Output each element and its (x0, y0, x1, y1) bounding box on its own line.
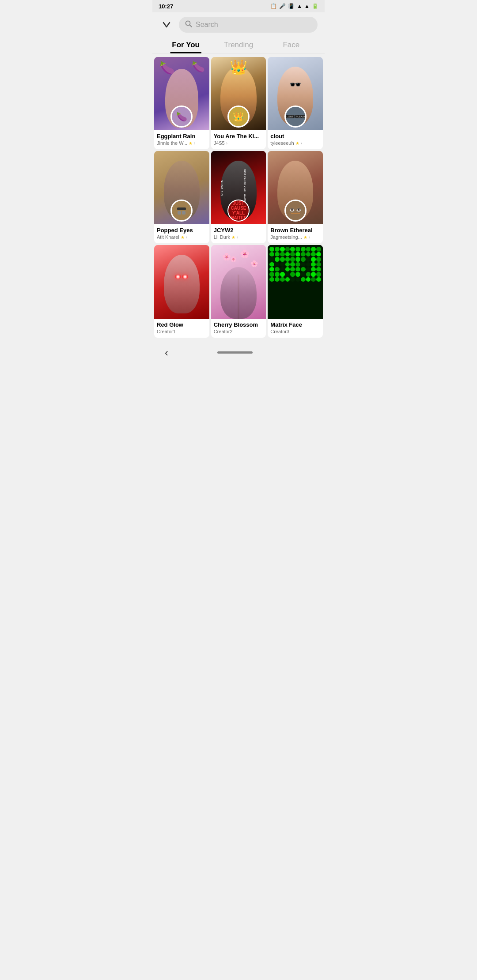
card-image-cherry: 🌸 🌸 🌸 🌸 (211, 245, 266, 318)
card-info-brown: Brown Ethereal Jagmeetsing... ★ › (268, 224, 323, 243)
status-bar: 10:27 📋 🎤 📳 ▲ ▲ 🔋 (152, 0, 325, 12)
card-info-eggplant: Eggplant Rain Jinnie the W... ★ › (154, 130, 209, 149)
card-author: Jinnie the W... ★ › (157, 140, 207, 146)
card-brown-ethereal[interactable]: 👁️👁️ Brown Ethereal Jagmeetsing... ★ › (268, 151, 323, 243)
tab-face[interactable]: Face (265, 36, 318, 53)
card-avatar-brown: 👁️👁️ (284, 200, 307, 222)
nav-pill (217, 351, 253, 354)
card-red-glow[interactable]: Red Glow Creator1 (154, 245, 209, 337)
verified-star-icon: ★ (231, 235, 235, 240)
card-info-clout: clout tyleeseeuh ★ › (268, 130, 323, 149)
card-title: Popped Eyes (157, 227, 207, 234)
card-info-jcyw2: JCYW2 Lil Durk ★ › (211, 224, 266, 243)
card-author: J4S5 › (214, 140, 264, 146)
card-jcyw2[interactable]: LIL DURK JUST CAUSE Y'ALL WAITED II JUST… (211, 151, 266, 243)
card-title: Brown Ethereal (270, 227, 320, 234)
wifi-icon: ▲ (297, 3, 302, 9)
verified-star-icon: ★ (295, 141, 299, 146)
card-image-popped (154, 151, 209, 224)
verified-star-icon: ★ (181, 235, 185, 240)
chevron-right-icon: › (309, 235, 310, 240)
chevron-right-icon: › (186, 235, 187, 240)
back-button[interactable] (159, 18, 174, 32)
verified-star-icon: ★ (189, 141, 193, 146)
tabs-bar: For You Trending Face (152, 36, 325, 53)
clipboard-icon: 📋 (270, 3, 277, 9)
card-title: You Are The Ki... (214, 133, 264, 139)
card-author: Atit Kharel ★ › (157, 234, 207, 240)
card-image-matrix (268, 245, 323, 318)
status-icons: 📋 🎤 📳 ▲ ▲ 🔋 (270, 3, 318, 9)
chevron-right-icon: › (301, 141, 302, 146)
card-title: Eggplant Rain (157, 133, 207, 139)
chevron-right-icon: › (237, 235, 238, 240)
card-you-are-the-king[interactable]: 👑 👑 You Are The Ki... J4S5 › (211, 57, 266, 149)
card-cherry-blossom[interactable]: 🌸 🌸 🌸 🌸 Cherry Blossom Creator2 (211, 245, 266, 337)
card-image-king: 👑 👑 (211, 57, 266, 130)
jcyw2-left-text: LIL DURK (220, 180, 223, 196)
card-author: Jagmeetsing... ★ › (270, 234, 320, 240)
card-popped-eyes[interactable]: Popped Eyes Atit Kharel ★ › (154, 151, 209, 243)
verified-star-icon: ★ (303, 235, 307, 240)
bottom-nav: ‹ (152, 341, 325, 368)
card-title: clout (270, 133, 320, 139)
card-matrix-face[interactable]: Matrix Face Creator3 (268, 245, 323, 337)
search-icon (185, 20, 192, 29)
vibrate-icon: 📳 (288, 3, 295, 9)
header: Search (152, 12, 325, 36)
card-image-eggplant: 🍆 🍆 🍆 (154, 57, 209, 130)
card-author: tyleeseeuh ★ › (270, 140, 320, 146)
chevron-down-icon (162, 20, 171, 29)
card-author: Creator3 (270, 329, 320, 334)
card-image-jcyw2: LIL DURK JUST CAUSE Y'ALL WAITED II JUST… (211, 151, 266, 224)
card-info-red: Red Glow Creator1 (154, 319, 209, 338)
chevron-right-icon: › (194, 141, 195, 146)
card-avatar-clout: CLOUT PLEASE (284, 106, 307, 128)
card-avatar-eggplant: 🍆 (170, 106, 193, 128)
card-title: Matrix Face (270, 321, 320, 328)
card-info-popped: Popped Eyes Atit Kharel ★ › (154, 224, 209, 243)
card-author: Lil Durk ★ › (214, 234, 264, 240)
card-eggplant-rain[interactable]: 🍆 🍆 🍆 Eggplant Rain Jinnie the W... ★ › (154, 57, 209, 149)
search-placeholder: Search (196, 21, 218, 29)
card-author: Creator2 (214, 329, 264, 334)
card-clout[interactable]: 🕶️ CLOUT PLEASE clout tyleeseeuh ★ › (268, 57, 323, 149)
card-avatar-king: 👑 (227, 106, 250, 128)
card-image-red (154, 245, 209, 318)
card-image-brown: 👁️👁️ (268, 151, 323, 224)
card-avatar-jcyw2: JUSTCAUSEY'ALLWAITED (227, 200, 250, 222)
card-title: JCYW2 (214, 227, 264, 234)
chevron-right-icon: › (226, 141, 227, 146)
card-avatar-popped (170, 200, 193, 222)
tab-for-you[interactable]: For You (159, 36, 212, 53)
card-title: Cherry Blossom (214, 321, 264, 328)
status-time: 10:27 (159, 3, 173, 10)
tab-trending[interactable]: Trending (212, 36, 265, 53)
battery-icon: 🔋 (312, 3, 318, 9)
card-info-king: You Are The Ki... J4S5 › (211, 130, 266, 149)
card-author: Creator1 (157, 329, 207, 334)
card-info-matrix: Matrix Face Creator3 (268, 319, 323, 338)
svg-line-1 (190, 25, 192, 27)
mic-icon: 🎤 (279, 3, 286, 9)
search-bar[interactable]: Search (179, 17, 318, 33)
card-title: Red Glow (157, 321, 207, 328)
card-image-clout: 🕶️ CLOUT PLEASE (268, 57, 323, 130)
signal-icon: ▲ (304, 3, 310, 9)
filter-grid: 🍆 🍆 🍆 Eggplant Rain Jinnie the W... ★ › … (152, 53, 325, 341)
nav-back-button[interactable]: ‹ (161, 345, 172, 361)
card-info-cherry: Cherry Blossom Creator2 (211, 319, 266, 338)
